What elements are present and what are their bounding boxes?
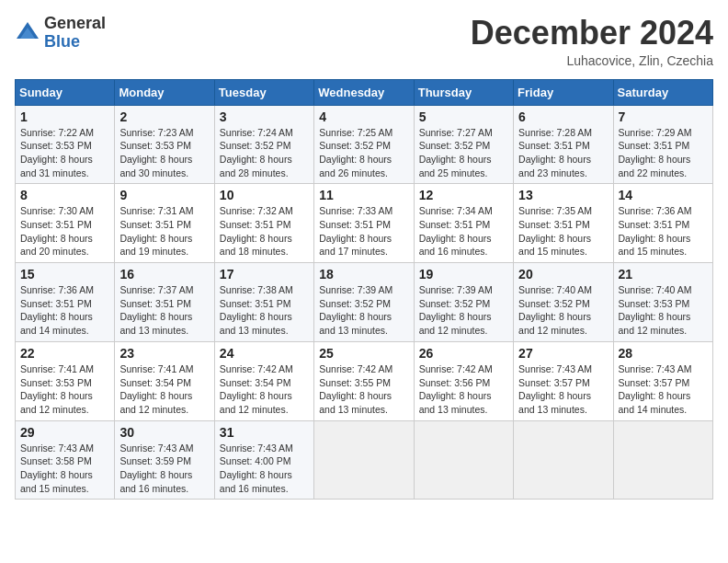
day-number: 9 (119, 188, 209, 202)
logo-blue-text: Blue (44, 32, 80, 51)
day-detail: Sunrise: 7:36 AMSunset: 3:51 PMDaylight:… (619, 204, 708, 259)
day-detail: Sunrise: 7:29 AMSunset: 3:51 PMDaylight:… (619, 126, 708, 180)
day-detail: Sunrise: 7:43 AMSunset: 3:58 PMDaylight:… (20, 442, 109, 496)
day-number: 2 (119, 109, 209, 124)
calendar-cell: 20Sunrise: 7:40 AMSunset: 3:52 PMDayligh… (514, 263, 613, 342)
day-detail: Sunrise: 7:37 AMSunset: 3:51 PMDaylight:… (119, 283, 209, 338)
calendar-header-row: SundayMondayTuesdayWednesdayThursdayFrid… (16, 79, 713, 105)
calendar-cell: 13Sunrise: 7:35 AMSunset: 3:51 PMDayligh… (514, 184, 613, 263)
day-number: 12 (419, 188, 508, 202)
day-header-sunday: Sunday (16, 79, 115, 105)
day-detail: Sunrise: 7:39 AMSunset: 3:52 PMDaylight:… (319, 283, 408, 338)
day-detail: Sunrise: 7:32 AMSunset: 3:51 PMDaylight:… (220, 204, 309, 259)
day-detail: Sunrise: 7:42 AMSunset: 3:54 PMDaylight:… (220, 362, 309, 417)
calendar-cell (314, 420, 414, 500)
day-detail: Sunrise: 7:40 AMSunset: 3:53 PMDaylight:… (619, 283, 708, 338)
calendar-body: 1Sunrise: 7:22 AMSunset: 3:53 PMDaylight… (16, 105, 713, 500)
day-detail: Sunrise: 7:34 AMSunset: 3:51 PMDaylight:… (419, 204, 508, 259)
month-title: December 2024 (471, 15, 713, 52)
day-detail: Sunrise: 7:41 AMSunset: 3:53 PMDaylight:… (20, 362, 109, 417)
calendar-cell: 22Sunrise: 7:41 AMSunset: 3:53 PMDayligh… (16, 341, 115, 420)
day-detail: Sunrise: 7:28 AMSunset: 3:51 PMDaylight:… (518, 126, 608, 180)
day-number: 11 (319, 188, 408, 202)
calendar-cell: 24Sunrise: 7:42 AMSunset: 3:54 PMDayligh… (214, 341, 313, 420)
day-number: 22 (20, 346, 109, 361)
calendar-week-row: 1Sunrise: 7:22 AMSunset: 3:53 PMDaylight… (16, 105, 713, 184)
day-number: 23 (119, 346, 209, 361)
day-number: 13 (518, 188, 608, 202)
day-number: 7 (619, 109, 708, 124)
calendar-week-row: 22Sunrise: 7:41 AMSunset: 3:53 PMDayligh… (16, 341, 713, 420)
calendar-cell: 16Sunrise: 7:37 AMSunset: 3:51 PMDayligh… (115, 263, 214, 342)
day-detail: Sunrise: 7:25 AMSunset: 3:52 PMDaylight:… (319, 126, 408, 180)
calendar-cell: 19Sunrise: 7:39 AMSunset: 3:52 PMDayligh… (414, 263, 513, 342)
calendar-cell: 25Sunrise: 7:42 AMSunset: 3:55 PMDayligh… (314, 341, 414, 420)
day-number: 18 (319, 267, 408, 282)
calendar-cell: 5Sunrise: 7:27 AMSunset: 3:52 PMDaylight… (414, 105, 513, 184)
day-number: 10 (220, 188, 309, 202)
calendar-cell: 11Sunrise: 7:33 AMSunset: 3:51 PMDayligh… (314, 184, 414, 263)
day-detail: Sunrise: 7:31 AMSunset: 3:51 PMDaylight:… (119, 204, 209, 259)
day-number: 30 (119, 425, 209, 440)
calendar-cell: 31Sunrise: 7:43 AMSunset: 4:00 PMDayligh… (214, 420, 313, 500)
calendar-cell: 23Sunrise: 7:41 AMSunset: 3:54 PMDayligh… (115, 341, 214, 420)
day-number: 31 (220, 425, 309, 440)
calendar-cell: 26Sunrise: 7:42 AMSunset: 3:56 PMDayligh… (414, 341, 513, 420)
calendar-cell (514, 420, 613, 500)
calendar-cell: 27Sunrise: 7:43 AMSunset: 3:57 PMDayligh… (514, 341, 613, 420)
day-detail: Sunrise: 7:36 AMSunset: 3:51 PMDaylight:… (20, 283, 109, 338)
logo-icon (15, 20, 40, 46)
page-header: General Blue December 2024 Luhacovice, Z… (15, 15, 713, 68)
day-number: 17 (220, 267, 309, 282)
day-detail: Sunrise: 7:39 AMSunset: 3:52 PMDaylight:… (419, 283, 508, 338)
day-detail: Sunrise: 7:40 AMSunset: 3:52 PMDaylight:… (518, 283, 608, 338)
day-number: 8 (20, 188, 109, 202)
day-detail: Sunrise: 7:43 AMSunset: 3:57 PMDaylight:… (518, 362, 608, 417)
day-number: 14 (619, 188, 708, 202)
day-number: 16 (119, 267, 209, 282)
calendar-week-row: 8Sunrise: 7:30 AMSunset: 3:51 PMDaylight… (16, 184, 713, 263)
calendar-cell: 30Sunrise: 7:43 AMSunset: 3:59 PMDayligh… (115, 420, 214, 500)
day-number: 6 (518, 109, 608, 124)
day-detail: Sunrise: 7:33 AMSunset: 3:51 PMDaylight:… (319, 204, 408, 259)
day-number: 15 (20, 267, 109, 282)
day-number: 1 (20, 109, 109, 124)
calendar-cell: 10Sunrise: 7:32 AMSunset: 3:51 PMDayligh… (214, 184, 313, 263)
day-number: 28 (619, 346, 708, 361)
calendar-cell: 3Sunrise: 7:24 AMSunset: 3:52 PMDaylight… (214, 105, 313, 184)
calendar-cell: 2Sunrise: 7:23 AMSunset: 3:53 PMDaylight… (115, 105, 214, 184)
day-detail: Sunrise: 7:23 AMSunset: 3:53 PMDaylight:… (119, 126, 209, 180)
calendar-cell: 18Sunrise: 7:39 AMSunset: 3:52 PMDayligh… (314, 263, 414, 342)
calendar-cell: 8Sunrise: 7:30 AMSunset: 3:51 PMDaylight… (16, 184, 115, 263)
day-detail: Sunrise: 7:30 AMSunset: 3:51 PMDaylight:… (20, 204, 109, 259)
calendar-cell: 4Sunrise: 7:25 AMSunset: 3:52 PMDaylight… (314, 105, 414, 184)
day-number: 20 (518, 267, 608, 282)
day-header-tuesday: Tuesday (214, 79, 313, 105)
calendar-cell: 7Sunrise: 7:29 AMSunset: 3:51 PMDaylight… (613, 105, 712, 184)
day-number: 26 (419, 346, 508, 361)
day-number: 24 (220, 346, 309, 361)
calendar-table: SundayMondayTuesdayWednesdayThursdayFrid… (15, 79, 713, 500)
calendar-week-row: 15Sunrise: 7:36 AMSunset: 3:51 PMDayligh… (16, 263, 713, 342)
logo-general-text: General (44, 14, 106, 32)
calendar-cell (613, 420, 712, 500)
day-header-wednesday: Wednesday (314, 79, 414, 105)
calendar-cell: 29Sunrise: 7:43 AMSunset: 3:58 PMDayligh… (16, 420, 115, 500)
day-number: 27 (518, 346, 608, 361)
day-number: 3 (220, 109, 309, 124)
calendar-week-row: 29Sunrise: 7:43 AMSunset: 3:58 PMDayligh… (16, 420, 713, 500)
day-detail: Sunrise: 7:41 AMSunset: 3:54 PMDaylight:… (119, 362, 209, 417)
title-block: December 2024 Luhacovice, Zlin, Czechia (471, 15, 713, 68)
calendar-cell: 17Sunrise: 7:38 AMSunset: 3:51 PMDayligh… (214, 263, 313, 342)
day-header-monday: Monday (115, 79, 214, 105)
day-detail: Sunrise: 7:35 AMSunset: 3:51 PMDaylight:… (518, 204, 608, 259)
day-detail: Sunrise: 7:22 AMSunset: 3:53 PMDaylight:… (20, 126, 109, 180)
day-header-friday: Friday (514, 79, 613, 105)
calendar-cell: 21Sunrise: 7:40 AMSunset: 3:53 PMDayligh… (613, 263, 712, 342)
location-subtitle: Luhacovice, Zlin, Czechia (471, 53, 713, 68)
day-number: 5 (419, 109, 508, 124)
day-number: 19 (419, 267, 508, 282)
day-detail: Sunrise: 7:42 AMSunset: 3:55 PMDaylight:… (319, 362, 408, 417)
day-number: 21 (619, 267, 708, 282)
day-number: 25 (319, 346, 408, 361)
